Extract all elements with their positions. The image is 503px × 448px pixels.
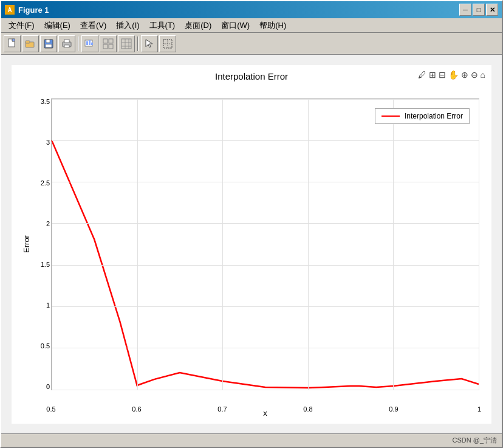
svg-rect-17 xyxy=(121,39,131,49)
menu-insert[interactable]: 插入(I) xyxy=(111,19,144,32)
plot-area: Interpolation Error xyxy=(51,98,479,390)
svg-rect-11 xyxy=(89,40,91,45)
zoom-button[interactable] xyxy=(81,35,98,52)
grid-v-6 xyxy=(479,99,479,390)
svg-rect-12 xyxy=(91,43,93,45)
app-icon: A xyxy=(5,5,15,15)
grid-h-6 xyxy=(52,306,479,307)
zoom-out-icon[interactable]: ⊖ xyxy=(471,70,478,80)
grid-h-8 xyxy=(52,390,479,390)
grid-h-3 xyxy=(52,182,479,182)
svg-rect-8 xyxy=(64,45,69,47)
grid-v-3 xyxy=(222,99,223,390)
legend-line-color xyxy=(382,115,400,117)
zoom-in-icon[interactable]: ⊕ xyxy=(461,70,468,80)
y-tick-25: 2.5 xyxy=(41,180,50,187)
x-axis-label: x xyxy=(51,408,479,418)
grid-button[interactable] xyxy=(118,35,135,52)
edit-icon[interactable]: 🖊 xyxy=(418,70,426,80)
y-tick-30: 3 xyxy=(46,139,50,146)
svg-rect-14 xyxy=(109,39,113,43)
minimize-button[interactable]: ─ xyxy=(459,4,471,16)
menu-help[interactable]: 帮助(H) xyxy=(255,19,291,32)
new-button[interactable] xyxy=(4,35,21,52)
svg-rect-10 xyxy=(86,41,88,45)
plot-svg xyxy=(52,99,479,390)
print-button[interactable] xyxy=(58,35,75,52)
svg-rect-15 xyxy=(103,44,108,49)
window-title: Figure 1 xyxy=(18,5,459,15)
status-bar: CSDN @_宁清 xyxy=(1,433,502,447)
y-axis-ticks: 3.5 3 2.5 2 1.5 1 0.5 0 xyxy=(22,98,50,390)
close-button[interactable]: ✕ xyxy=(486,4,498,16)
grid-h-4 xyxy=(52,223,479,224)
y-tick-00: 0 xyxy=(46,384,50,390)
grid-h-2 xyxy=(52,140,479,141)
cursor-button[interactable] xyxy=(141,35,158,52)
toolbar-separator-2 xyxy=(137,36,139,51)
menu-window[interactable]: 窗口(W) xyxy=(216,19,255,32)
svg-rect-7 xyxy=(64,40,69,43)
select-button[interactable] xyxy=(159,35,176,52)
home-icon[interactable]: ⌂ xyxy=(481,70,485,80)
svg-marker-22 xyxy=(146,40,152,47)
toolbar xyxy=(1,33,502,55)
menu-edit[interactable]: 编辑(E) xyxy=(39,19,75,32)
toolbar-separator-1 xyxy=(78,36,79,51)
y-tick-20: 2 xyxy=(46,221,50,227)
y-tick-35: 3.5 xyxy=(41,98,50,105)
grid-h-1 xyxy=(52,99,479,100)
legend-box: Interpolation Error xyxy=(375,108,470,124)
grid-h-5 xyxy=(52,265,479,266)
save-button[interactable] xyxy=(40,35,57,52)
open-button[interactable] xyxy=(22,35,39,52)
svg-rect-16 xyxy=(109,44,113,49)
pan-icon[interactable]: ✋ xyxy=(448,70,459,80)
y-tick-10: 1 xyxy=(46,302,50,309)
svg-rect-13 xyxy=(103,39,108,43)
title-bar: A Figure 1 ─ □ ✕ xyxy=(1,1,502,18)
grid-v-2 xyxy=(137,99,138,390)
content-area: Interpolation Error 🖊 ⊞ ⊟ ✋ ⊕ ⊖ ⌂ ×10⁻³ … xyxy=(1,55,502,433)
maximize-button[interactable]: □ xyxy=(473,4,485,16)
chart-container: Interpolation Error 🖊 ⊞ ⊟ ✋ ⊕ ⊖ ⌂ ×10⁻³ … xyxy=(12,65,491,424)
svg-rect-5 xyxy=(46,44,52,47)
menu-view[interactable]: 查看(V) xyxy=(75,19,111,32)
menu-desktop[interactable]: 桌面(D) xyxy=(180,19,216,32)
legend-label: Interpolation Error xyxy=(405,112,463,120)
grid-icon[interactable]: ⊟ xyxy=(439,70,446,80)
chart-toolbar-icons: 🖊 ⊞ ⊟ ✋ ⊕ ⊖ ⌂ xyxy=(418,70,485,80)
menu-file[interactable]: 文件(F) xyxy=(4,19,39,32)
grid-h-7 xyxy=(52,348,479,348)
interpolation-error-line xyxy=(52,140,479,387)
svg-rect-2 xyxy=(26,41,30,43)
svg-rect-4 xyxy=(46,40,50,43)
grid-v-5 xyxy=(393,99,394,390)
menu-tools[interactable]: 工具(T) xyxy=(145,19,180,32)
grid-v-4 xyxy=(308,99,309,390)
menu-bar: 文件(F) 编辑(E) 查看(V) 插入(I) 工具(T) 桌面(D) 窗口(W… xyxy=(1,18,502,33)
status-text: CSDN @_宁清 xyxy=(452,436,497,445)
copy-icon[interactable]: ⊞ xyxy=(429,70,436,80)
window-controls: ─ □ ✕ xyxy=(459,4,498,16)
y-tick-05: 0.5 xyxy=(41,343,50,350)
layout-button[interactable] xyxy=(100,35,117,52)
grid-v-1 xyxy=(52,99,52,390)
y-tick-15: 1.5 xyxy=(41,261,50,268)
main-window: A Figure 1 ─ □ ✕ 文件(F) 编辑(E) 查看(V) 插入(I)… xyxy=(0,0,503,448)
